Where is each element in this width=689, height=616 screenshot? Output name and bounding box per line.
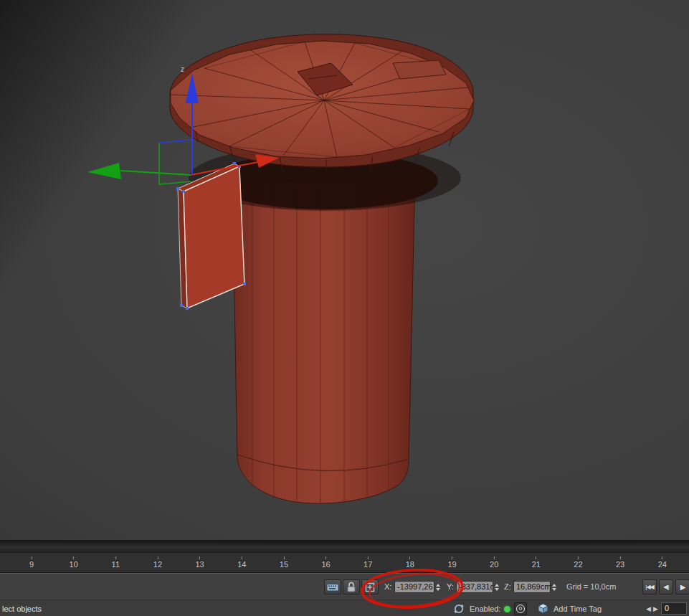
- timeline-tick-24[interactable]: 24: [658, 556, 667, 569]
- frame-number-field[interactable]: 0: [661, 602, 687, 615]
- enabled-label: Enabled:: [470, 605, 500, 613]
- play-glyph: ▶: [680, 583, 685, 591]
- y-coordinate-field[interactable]: -337,831cm: [456, 581, 493, 593]
- x-coordinate-label: X:: [384, 583, 391, 591]
- x-coordinate-spinner[interactable]: [434, 581, 442, 593]
- prompt-line: lect objects: [2, 605, 42, 613]
- y-coordinate-spinner[interactable]: [493, 581, 500, 593]
- gizmo-y-arrowhead[interactable]: [87, 163, 121, 179]
- timeline-tick-11[interactable]: 11: [112, 556, 120, 569]
- grid-size-label: Grid = 10,0cm: [566, 583, 616, 591]
- x-coordinate-field[interactable]: -13997,26: [394, 581, 434, 593]
- timeline-tick-14[interactable]: 14: [237, 556, 246, 569]
- add-time-tag-label[interactable]: Add Time Tag: [553, 605, 602, 613]
- previous-frame-glyph: ◀||: [663, 584, 668, 590]
- z-coordinate-field[interactable]: 16,869cm: [513, 581, 551, 593]
- timeline-tick-21[interactable]: 21: [532, 556, 541, 569]
- absolute-mode-icon: [364, 582, 376, 593]
- gizmo-z-label: z: [181, 65, 184, 73]
- y-coordinate-label: Y:: [447, 583, 454, 591]
- timeline-tick-22[interactable]: 22: [574, 556, 582, 569]
- selected-plane-object[interactable]: [176, 162, 246, 310]
- absolute-mode-button[interactable]: [361, 579, 379, 594]
- track-bar[interactable]: 9101112131415161718192021222324: [0, 553, 689, 573]
- lock-icon: [346, 582, 357, 593]
- enabled-status-light: [504, 606, 510, 612]
- play-button[interactable]: ▶: [675, 579, 689, 594]
- keyboard-override-button[interactable]: [324, 579, 341, 594]
- timeline-tick-13[interactable]: 13: [195, 556, 204, 569]
- timeline-tick-12[interactable]: 12: [153, 556, 162, 569]
- z-coordinate-spinner[interactable]: [551, 581, 558, 593]
- timeline-tick-9[interactable]: 9: [29, 556, 34, 569]
- timeline-tick-18[interactable]: 18: [406, 556, 414, 569]
- gizmo-plane-handle-z[interactable]: [159, 140, 192, 143]
- 3dsmax-window: z 9101112131415161718192021222324: [0, 0, 689, 616]
- selection-lock-button[interactable]: [343, 579, 360, 594]
- timeline-tick-10[interactable]: 10: [70, 556, 78, 569]
- status-bar: X: -13997,26 Y: -337,831cm Z: 16,869cm G…: [0, 573, 689, 616]
- gizmo-plane-handle-y[interactable]: [159, 143, 191, 184]
- frame-next-arrow[interactable]: ▶: [653, 605, 658, 613]
- zero-button-glyph: 0: [516, 605, 525, 613]
- previous-frame-button[interactable]: ◀||: [659, 579, 673, 594]
- timeline-tick-16[interactable]: 16: [321, 556, 330, 569]
- go-to-start-glyph: |◀◀: [645, 584, 653, 590]
- time-slider[interactable]: [0, 540, 689, 553]
- viewport-scene: z: [0, 0, 689, 540]
- screw-shank[interactable]: [232, 172, 415, 503]
- frame-prev-arrow[interactable]: ◀: [646, 605, 651, 613]
- timeline-tick-15[interactable]: 15: [280, 556, 288, 569]
- keyboard-icon: [326, 582, 339, 592]
- gizmo-y-axis[interactable]: [120, 171, 191, 175]
- y-coordinate-value: -337,831cm: [459, 582, 493, 591]
- viewport[interactable]: z: [0, 0, 689, 540]
- time-tag-cube-icon[interactable]: [538, 603, 548, 614]
- timeline-tick-17[interactable]: 17: [363, 556, 372, 569]
- go-to-start-button[interactable]: |◀◀: [642, 579, 657, 594]
- z-coordinate-value: 16,869cm: [516, 582, 551, 591]
- timeline-tick-20[interactable]: 20: [490, 556, 498, 569]
- coordinate-row: X: -13997,26 Y: -337,831cm Z: 16,869cm G…: [0, 574, 689, 600]
- z-coordinate-label: Z:: [504, 583, 511, 591]
- refresh-icon[interactable]: [453, 603, 465, 615]
- prompt-row: lect objects Enabled: 0 Add Time Tag ◀ ▶…: [0, 600, 689, 616]
- zero-button[interactable]: 0: [514, 602, 527, 615]
- frame-number-value: 0: [665, 604, 669, 612]
- timeline-tick-23[interactable]: 23: [616, 556, 624, 569]
- timeline-tick-19[interactable]: 19: [447, 556, 456, 569]
- x-coordinate-value: -13997,26: [397, 582, 433, 591]
